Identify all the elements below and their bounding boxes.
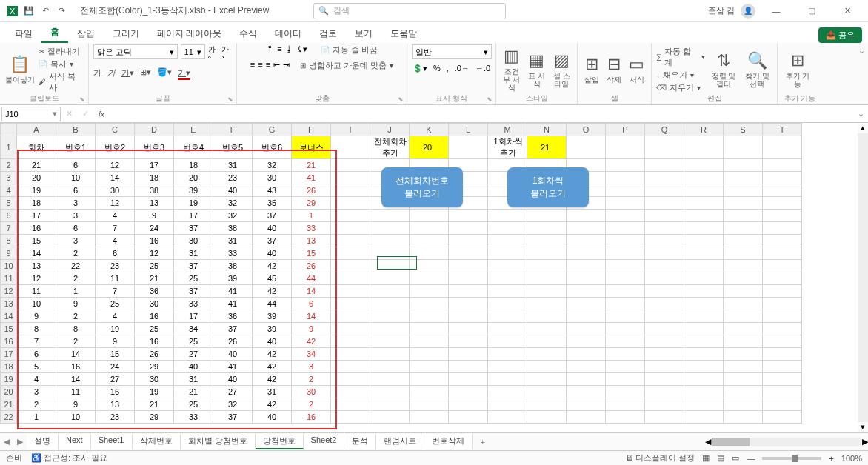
avatar[interactable]: 👤 [741, 4, 755, 19]
percent-icon[interactable]: % [433, 64, 441, 73]
cell-A21[interactable]: 2 [17, 398, 56, 411]
cell-S19[interactable] [724, 373, 763, 386]
cell-M12[interactable] [488, 285, 527, 298]
cell-R14[interactable] [684, 310, 724, 323]
font-name-select[interactable]: 맑은 고딕▾ [93, 44, 178, 59]
cell-A11[interactable]: 12 [17, 272, 56, 285]
cell-G20[interactable]: 31 [253, 386, 292, 398]
view-pagebreak-icon[interactable]: ▭ [732, 453, 739, 463]
font-launcher-icon[interactable]: ⬊ [227, 96, 235, 103]
cell-F7[interactable]: 38 [213, 222, 253, 235]
cell-I4[interactable] [331, 184, 370, 197]
scroll-up-icon[interactable]: ▴ [858, 123, 868, 133]
cell-H10[interactable]: 26 [292, 260, 331, 272]
cell-T15[interactable] [763, 323, 802, 335]
undo-icon[interactable]: ↶ [39, 4, 52, 18]
cell-T13[interactable] [763, 298, 802, 310]
cell-D4[interactable]: 38 [135, 184, 174, 197]
row-header-2[interactable]: 2 [1, 159, 17, 172]
cell-A1[interactable]: 회차 [17, 136, 56, 159]
cell-C7[interactable]: 7 [96, 222, 135, 235]
cell-F4[interactable]: 40 [213, 184, 253, 197]
cell-T22[interactable] [763, 411, 802, 424]
cell-S11[interactable] [724, 272, 763, 285]
display-settings-button[interactable]: 🖥 디스플레이 설정 [625, 452, 695, 464]
cell-I2[interactable] [331, 159, 370, 172]
cell-I14[interactable] [331, 310, 370, 323]
cell-I18[interactable] [331, 361, 370, 373]
row-header-3[interactable]: 3 [1, 172, 17, 184]
cell-C13[interactable]: 25 [96, 298, 135, 310]
cell-N13[interactable] [527, 298, 567, 310]
close-button[interactable]: ✕ [832, 0, 862, 22]
cell-I22[interactable] [331, 411, 370, 424]
cell-L17[interactable] [449, 348, 488, 361]
row-header-20[interactable]: 20 [1, 386, 17, 398]
find-select-button[interactable]: 🔍찾기 및 선택 [742, 51, 772, 88]
cell-D11[interactable]: 21 [135, 272, 174, 285]
row-header-16[interactable]: 16 [1, 335, 17, 348]
cell-T5[interactable] [763, 197, 802, 210]
cell-J9[interactable] [370, 247, 410, 260]
cell-H18[interactable]: 3 [292, 361, 331, 373]
cell-A5[interactable]: 18 [17, 197, 56, 210]
cut-button[interactable]: ✂ 잘라내기 [39, 46, 84, 57]
cell-H4[interactable]: 26 [292, 184, 331, 197]
cell-L10[interactable] [449, 260, 488, 272]
cell-N9[interactable] [527, 247, 567, 260]
cell-C8[interactable]: 4 [96, 235, 135, 247]
cell-E2[interactable]: 18 [174, 159, 213, 172]
cell-F18[interactable]: 41 [213, 361, 253, 373]
cell-K16[interactable] [410, 335, 449, 348]
cell-M15[interactable] [488, 323, 527, 335]
cell-J19[interactable] [370, 373, 410, 386]
cell-Q18[interactable] [645, 361, 684, 373]
tab-formulas[interactable]: 수식 [230, 24, 266, 43]
sheet-nav-next-icon[interactable]: ▶ [13, 437, 27, 446]
cell-F14[interactable]: 36 [213, 310, 253, 323]
underline-button[interactable]: 가▾ [121, 67, 134, 80]
cell-M13[interactable] [488, 298, 527, 310]
cell-O9[interactable] [567, 247, 606, 260]
cell-A6[interactable]: 17 [17, 210, 56, 222]
cell-Q4[interactable] [645, 184, 684, 197]
cell-M16[interactable] [488, 335, 527, 348]
col-header-S[interactable]: S [724, 124, 763, 136]
scroll-left-icon[interactable]: ◀ [705, 437, 711, 446]
table-format-button[interactable]: ▦표 서식 [526, 51, 548, 88]
cell-R15[interactable] [684, 323, 724, 335]
cell-B22[interactable]: 10 [56, 411, 96, 424]
cell-F5[interactable]: 32 [213, 197, 253, 210]
cell-L14[interactable] [449, 310, 488, 323]
cell-J16[interactable] [370, 335, 410, 348]
cell-C17[interactable]: 15 [96, 348, 135, 361]
cell-B10[interactable]: 22 [56, 260, 96, 272]
share-button[interactable]: 📤 공유 [818, 27, 862, 43]
cell-N12[interactable] [527, 285, 567, 298]
cell-D12[interactable]: 36 [135, 285, 174, 298]
tab-home[interactable]: 홈 [41, 23, 68, 43]
sheet-tab-랜덤시트[interactable]: 랜덤시트 [376, 434, 424, 449]
col-header-C[interactable]: C [96, 124, 135, 136]
cell-B6[interactable]: 3 [56, 210, 96, 222]
cell-N8[interactable] [527, 235, 567, 247]
cell-O15[interactable] [567, 323, 606, 335]
cell-G16[interactable]: 40 [253, 335, 292, 348]
cell-O22[interactable] [567, 411, 606, 424]
cell-A15[interactable]: 8 [17, 323, 56, 335]
cell-P13[interactable] [606, 298, 645, 310]
cell-N6[interactable] [527, 210, 567, 222]
cell-H2[interactable]: 21 [292, 159, 331, 172]
cell-M21[interactable] [488, 398, 527, 411]
cell-S12[interactable] [724, 285, 763, 298]
cell-L15[interactable] [449, 323, 488, 335]
cell-R13[interactable] [684, 298, 724, 310]
cell-D15[interactable]: 25 [135, 323, 174, 335]
enter-formula-icon[interactable]: ✓ [77, 107, 93, 121]
row-header-10[interactable]: 10 [1, 260, 17, 272]
cell-K12[interactable] [410, 285, 449, 298]
maximize-button[interactable]: ▢ [797, 0, 827, 22]
cell-R11[interactable] [684, 272, 724, 285]
cell-I1[interactable] [331, 136, 370, 159]
cell-K8[interactable] [410, 235, 449, 247]
